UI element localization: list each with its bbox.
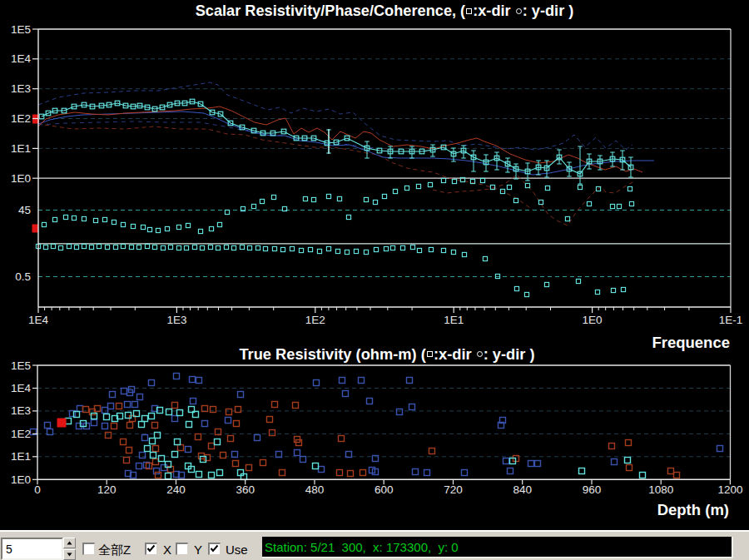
svg-text:1E0: 1E0: [11, 172, 31, 185]
svg-text:1E1: 1E1: [444, 314, 464, 326]
svg-text:1E4: 1E4: [28, 314, 49, 326]
svg-text:1E0: 1E0: [583, 314, 603, 326]
svg-text:1200: 1200: [717, 483, 742, 496]
svg-text:1E-1: 1E-1: [719, 314, 743, 326]
svg-text:1E3: 1E3: [166, 314, 186, 326]
svg-text:0.5: 0.5: [15, 270, 31, 283]
svg-text:1E2: 1E2: [11, 112, 31, 125]
svg-text:1E1: 1E1: [11, 142, 31, 155]
svg-text:1E0: 1E0: [11, 473, 31, 486]
svg-text:1E2: 1E2: [305, 314, 325, 326]
svg-text:1E1: 1E1: [11, 450, 31, 463]
svg-text:0: 0: [34, 483, 41, 496]
svg-text:720: 720: [444, 483, 463, 496]
svg-text:480: 480: [305, 483, 325, 496]
svg-text:1E4: 1E4: [11, 382, 32, 394]
svg-text:1E5: 1E5: [11, 23, 31, 36]
svg-text:600: 600: [374, 483, 394, 496]
svg-text:240: 240: [166, 483, 186, 496]
svg-text:1E3: 1E3: [11, 82, 31, 95]
svg-text:1E2: 1E2: [11, 428, 31, 440]
svg-text:45: 45: [18, 204, 31, 216]
svg-text:1E4: 1E4: [11, 52, 32, 65]
svg-text:360: 360: [236, 483, 255, 496]
svg-text:840: 840: [513, 483, 532, 496]
svg-text:120: 120: [97, 483, 117, 496]
svg-text:1E5: 1E5: [11, 359, 31, 372]
svg-text:960: 960: [583, 483, 602, 496]
svg-text:1080: 1080: [648, 483, 673, 496]
svg-text:1E3: 1E3: [11, 404, 31, 417]
